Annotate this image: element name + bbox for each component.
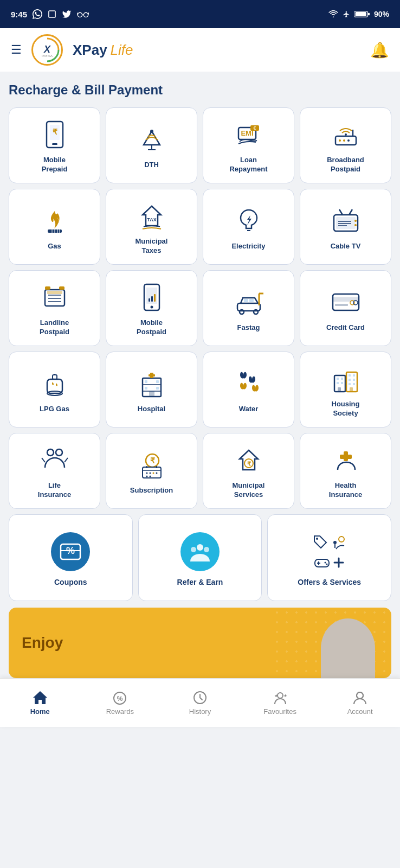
svg-point-26 bbox=[343, 139, 345, 142]
nav-home[interactable]: Home bbox=[0, 690, 80, 716]
svg-point-118 bbox=[149, 475, 151, 477]
brand-title: XPayLife bbox=[73, 42, 133, 59]
svg-rect-98 bbox=[353, 379, 355, 381]
svg-rect-100 bbox=[353, 383, 355, 385]
nav-home-label: Home bbox=[30, 707, 50, 716]
menu-button[interactable]: ☰ bbox=[11, 43, 22, 57]
nav-rewards[interactable]: % Rewards bbox=[80, 690, 160, 716]
svg-point-64 bbox=[254, 310, 258, 314]
offers-services-label: Offers & Services bbox=[298, 578, 361, 586]
notification-bell[interactable]: 🔔 bbox=[370, 41, 389, 59]
service-hospital[interactable]: Hospital bbox=[106, 352, 197, 427]
service-municipal-services[interactable]: ₹ MunicipalServices bbox=[203, 433, 294, 509]
svg-rect-86 bbox=[149, 391, 154, 397]
svg-point-25 bbox=[339, 139, 341, 142]
promo-offers-services[interactable]: Offers & Services bbox=[267, 514, 391, 601]
svg-marker-36 bbox=[143, 206, 161, 226]
mobile-prepaid-label: MobilePrepaid bbox=[42, 156, 68, 174]
page-title: Recharge & Bill Payment bbox=[9, 82, 391, 98]
svg-point-1 bbox=[78, 12, 82, 17]
person-service-icon bbox=[331, 534, 347, 550]
svg-point-132 bbox=[333, 541, 337, 544]
svg-rect-134 bbox=[315, 559, 329, 567]
svg-text:€: € bbox=[253, 125, 256, 131]
svg-rect-7 bbox=[368, 13, 370, 16]
cable-tv-label: Cable TV bbox=[331, 242, 361, 251]
twitter-icon bbox=[62, 9, 72, 19]
svg-text:X: X bbox=[43, 44, 51, 55]
municipal-services-label: MunicipalServices bbox=[233, 481, 265, 500]
service-landline[interactable]: LandlinePostpaid bbox=[9, 270, 100, 346]
service-housing-society[interactable]: HousingSociety bbox=[300, 352, 391, 427]
svg-rect-61 bbox=[154, 294, 156, 302]
svg-rect-93 bbox=[337, 382, 339, 384]
service-mobile-prepaid[interactable]: ₹ MobilePrepaid bbox=[9, 107, 100, 183]
svg-rect-68 bbox=[249, 299, 254, 302]
nav-favourites[interactable]: ★ ★ Favourites bbox=[240, 690, 320, 716]
svg-text:₹: ₹ bbox=[247, 461, 250, 467]
svg-line-42 bbox=[339, 209, 343, 215]
svg-rect-102 bbox=[350, 387, 353, 392]
service-water[interactable]: Water bbox=[203, 352, 294, 427]
service-gas[interactable]: Gas bbox=[9, 189, 100, 265]
wifi-icon bbox=[328, 10, 338, 18]
svg-text:★: ★ bbox=[274, 693, 278, 698]
svg-point-113 bbox=[146, 472, 147, 474]
svg-marker-16 bbox=[144, 131, 160, 145]
svg-line-43 bbox=[349, 209, 352, 215]
plus-icon bbox=[332, 556, 345, 569]
rewards-nav-icon: % bbox=[112, 690, 128, 705]
coupons-icon-circle: % bbox=[51, 532, 90, 571]
service-credit-card[interactable]: Credit Card bbox=[300, 270, 391, 346]
nav-history[interactable]: History bbox=[160, 690, 240, 716]
svg-point-44 bbox=[354, 220, 357, 222]
broadband-label: BroadbandPostpaid bbox=[327, 156, 364, 174]
service-municipal-taxes[interactable]: TAX MunicipalTaxes bbox=[106, 189, 197, 265]
battery-percent: 90% bbox=[374, 10, 389, 18]
status-time: 9:45 bbox=[11, 10, 27, 19]
svg-rect-8 bbox=[356, 12, 366, 16]
svg-rect-82 bbox=[145, 380, 147, 383]
cable-tv-icon bbox=[330, 205, 362, 237]
svg-point-117 bbox=[146, 475, 147, 477]
brand-life: Life bbox=[111, 42, 133, 58]
life-insurance-label: LifeInsurance bbox=[38, 481, 71, 500]
svg-point-115 bbox=[152, 472, 154, 474]
svg-rect-60 bbox=[151, 296, 153, 302]
service-mobile-postpaid[interactable]: MobilePostpaid bbox=[106, 270, 197, 346]
svg-point-17 bbox=[150, 130, 153, 133]
svg-rect-91 bbox=[337, 378, 339, 380]
svg-rect-101 bbox=[338, 387, 341, 392]
municipal-taxes-label: MunicipalTaxes bbox=[136, 237, 168, 256]
nav-account[interactable]: Account bbox=[320, 690, 400, 716]
service-loan-repayment[interactable]: EMI € LoanRepayment bbox=[203, 107, 294, 183]
service-cable-tv[interactable]: Cable TV bbox=[300, 189, 391, 265]
svg-rect-0 bbox=[49, 11, 55, 17]
promo-coupons[interactable]: % Coupons bbox=[9, 514, 133, 601]
glasses-icon bbox=[77, 10, 89, 18]
service-lpg-gas[interactable]: LPG Gas bbox=[9, 352, 100, 427]
main-content: Recharge & Bill Payment ₹ MobilePrepaid bbox=[0, 72, 400, 678]
lpg-gas-label: LPG Gas bbox=[40, 405, 69, 414]
housing-society-label: HousingSociety bbox=[332, 400, 360, 418]
service-dth[interactable]: DTH bbox=[106, 107, 197, 183]
svg-rect-97 bbox=[349, 379, 351, 381]
svg-point-130 bbox=[316, 538, 318, 540]
service-electricity[interactable]: Electricity bbox=[203, 189, 294, 265]
service-health-insurance[interactable]: HealthInsurance bbox=[300, 433, 391, 509]
service-broadband[interactable]: BroadbandPostpaid bbox=[300, 107, 391, 183]
svg-rect-71 bbox=[335, 304, 348, 306]
refer-earn-icon-circle bbox=[180, 532, 220, 571]
credit-card-icon bbox=[330, 286, 362, 318]
service-subscription[interactable]: ₹ Subscription bbox=[106, 433, 197, 509]
svg-point-2 bbox=[83, 12, 88, 17]
gas-label: Gas bbox=[48, 242, 61, 251]
promo-refer-earn[interactable]: Refer & Earn bbox=[138, 514, 262, 601]
bottom-navigation: Home % Rewards History ★ ★ Favourites bbox=[0, 678, 400, 727]
gamepad-icon bbox=[314, 555, 330, 570]
service-fastag[interactable]: Fastag bbox=[203, 270, 294, 346]
service-life-insurance[interactable]: LifeInsurance bbox=[9, 433, 100, 509]
fastag-label: Fastag bbox=[237, 323, 260, 333]
svg-rect-84 bbox=[145, 387, 147, 390]
svg-text:★: ★ bbox=[283, 693, 287, 698]
